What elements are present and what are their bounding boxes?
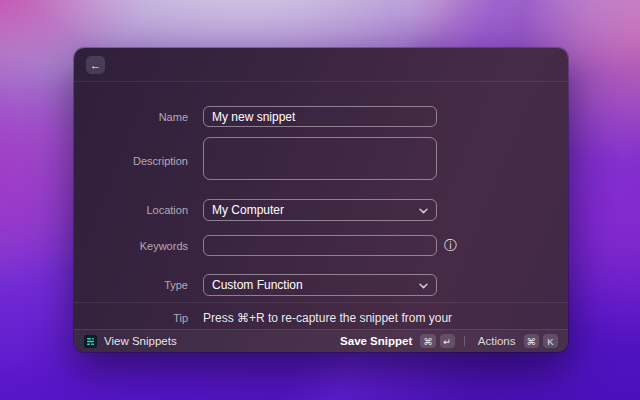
- chevron-down-icon: [419, 203, 428, 217]
- actions-button[interactable]: Actions: [478, 335, 516, 347]
- chevron-down-icon: [419, 278, 428, 292]
- type-label: Type: [74, 279, 188, 291]
- location-value: My Computer: [212, 203, 284, 217]
- create-snippet-window: ← Name Description Location My Computer …: [74, 48, 568, 352]
- keywords-input[interactable]: [203, 235, 437, 256]
- name-label: Name: [74, 111, 188, 123]
- type-value: Custom Function: [212, 278, 303, 292]
- view-snippets-button[interactable]: View Snippets: [84, 335, 177, 348]
- type-dropdown[interactable]: Custom Function: [203, 274, 437, 296]
- keywords-label: Keywords: [74, 240, 188, 252]
- k-key-badge: K: [543, 334, 558, 348]
- window-header: ←: [74, 48, 568, 82]
- tip-row: Tip Press ⌘+R to re-capture the snippet …: [74, 308, 568, 328]
- name-row: Name: [74, 106, 568, 127]
- location-row: Location My Computer: [74, 199, 568, 221]
- description-label: Description: [74, 155, 188, 167]
- cmd-key-badge: ⌘: [524, 334, 540, 348]
- snippets-icon: [84, 335, 97, 348]
- description-textarea[interactable]: [203, 137, 437, 180]
- name-input[interactable]: [203, 106, 437, 127]
- back-arrow-icon: ←: [90, 59, 101, 71]
- keywords-row: Keywords ⓘ: [74, 235, 568, 256]
- location-dropdown[interactable]: My Computer: [203, 199, 437, 221]
- tip-label: Tip: [74, 312, 188, 324]
- save-snippet-button[interactable]: Save Snippet: [340, 335, 412, 347]
- info-icon[interactable]: ⓘ: [444, 239, 457, 252]
- footer-separator: [464, 336, 465, 346]
- type-row: Type Custom Function: [74, 274, 568, 296]
- tip-divider: [74, 302, 568, 303]
- view-snippets-label: View Snippets: [104, 335, 177, 347]
- action-bar: View Snippets Save Snippet ⌘ ↵ Actions ⌘…: [74, 329, 568, 352]
- location-label: Location: [74, 204, 188, 216]
- cmd-key-badge: ⌘: [420, 334, 436, 348]
- back-button[interactable]: ←: [86, 56, 105, 74]
- return-key-badge: ↵: [440, 334, 455, 348]
- tip-text: Press ⌘+R to re-capture the snippet from…: [203, 311, 452, 325]
- description-row: Description: [74, 139, 568, 182]
